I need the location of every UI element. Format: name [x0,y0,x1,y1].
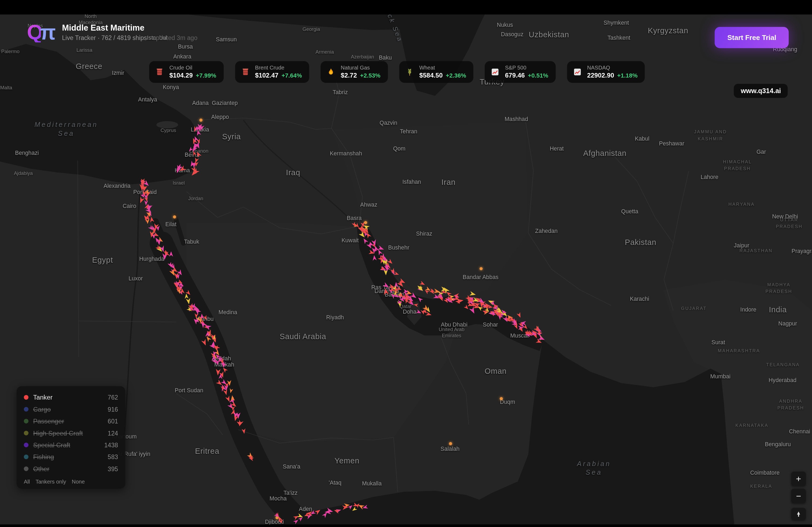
ticker-name: Natural Gas [341,64,380,70]
legend-dot [24,419,28,423]
ticker-value: 679.46 [505,72,525,79]
legend-count: 916 [108,406,118,413]
legend-label: Special Craft [33,441,99,449]
legend-dot [24,407,28,411]
legend-row-tanker[interactable]: Tanker762 [24,391,118,403]
ticker-value: $104.29 [170,72,193,79]
legend-count: 762 [108,394,118,401]
legend-dot [24,431,28,435]
page-subtitle: Live Tracker · 762 / 4819 ships · update… [62,34,197,41]
legend-dot [24,454,28,459]
legend-label: Other [33,465,103,472]
ticker-name: Brent Crude [255,64,302,70]
ticker-natural-gas: Natural Gas$2.72+2.53% [321,61,388,83]
legend-panel: Tanker762Cargo916Passenger601High Speed … [17,386,126,488]
ticker-name: NASDAQ [587,64,637,70]
legend-dot [24,395,28,400]
ticker-change: +7.64% [282,73,302,79]
legend-label: High Speed Craft [33,429,103,437]
ticker-value: 22902.90 [587,72,614,79]
subtitle-updated: · updated 3m ago [147,34,197,41]
app-root: NaplesNorth MacedoniaLarissaPalermoMalta… [0,0,812,527]
ticker-crude-oil: Crude Oil$104.29+7.99% [149,61,223,83]
legend-row-special-craft[interactable]: Special Craft1438 [24,439,118,451]
chart-icon [573,68,582,76]
legend-rows: Tanker762Cargo916Passenger601High Speed … [24,391,118,475]
header: Q π Middle East Maritime Live Tracker · … [27,22,197,42]
wheat-icon [405,68,415,76]
flame-icon [327,68,336,76]
ticker-sp-500: S&P 500679.46+0.51% [485,61,555,83]
zoom-controls: + − [791,472,806,520]
logo-q: Q [27,22,41,42]
legend-filter-none[interactable]: None [72,479,85,485]
ticker-change: +2.53% [360,73,380,79]
zoom-in-button[interactable]: + [791,472,806,486]
app-logo: Q π [27,22,54,42]
bottom-black-bar [0,524,812,527]
top-black-bar [0,0,812,15]
oil-barrel-icon [241,68,250,76]
ticker-nasdaq: NASDAQ22902.90+1.18% [567,61,645,83]
zoom-out-button[interactable]: − [791,488,806,503]
legend-row-cargo[interactable]: Cargo916 [24,403,118,415]
ticker-change: +2.36% [446,73,466,79]
legend-label: Passenger [33,418,103,425]
ticker-name: Wheat [419,64,466,70]
ticker-value: $2.72 [341,72,357,79]
site-badge: www.q314.ai [734,84,788,98]
legend-filter-tankers-only[interactable]: Tankers only [35,479,66,485]
ticker-change: +7.99% [196,73,216,79]
legend-row-passenger[interactable]: Passenger601 [24,415,118,427]
ticker-name: S&P 500 [505,64,548,70]
legend-label: Fishing [33,453,103,461]
chart-icon [491,68,501,76]
legend-count: 583 [108,453,118,461]
legend-row-other[interactable]: Other395 [24,463,118,475]
legend-dot [24,466,28,471]
legend-count: 124 [108,429,118,437]
legend-row-fishing[interactable]: Fishing583 [24,451,118,463]
ticker-wheat: Wheat$584.50+2.36% [399,61,474,83]
legend-label: Cargo [33,406,103,413]
ticker-name: Crude Oil [170,64,216,70]
subtitle-main: Live Tracker · 762 / 4819 ships [62,34,147,41]
page-title: Middle East Maritime [62,23,197,32]
legend-label: Tanker [33,394,103,401]
legend-filter-all[interactable]: All [24,479,30,485]
legend-count: 1438 [104,441,118,449]
legend-count: 601 [108,418,118,425]
start-free-trial-button[interactable]: Start Free Trial [715,27,789,48]
legend-count: 395 [108,465,118,472]
ticker-bar: Crude Oil$104.29+7.99%Brent Crude$102.47… [149,61,645,83]
ticker-change: +1.18% [617,73,638,79]
ticker-brent-crude: Brent Crude$102.47+7.64% [235,61,309,83]
ticker-value: $584.50 [419,72,443,79]
legend-dot [24,443,28,447]
compass-button[interactable] [791,508,806,520]
logo-pi: π [40,22,54,42]
north-arrow-icon [795,510,801,518]
oil-barrel-icon [156,68,165,76]
cyprus-island [156,121,178,128]
ticker-change: +0.51% [528,73,548,79]
legend-row-high-speed-craft[interactable]: High Speed Craft124 [24,427,118,439]
ticker-value: $102.47 [255,72,278,79]
legend-filters: AllTankers onlyNone [24,479,118,485]
